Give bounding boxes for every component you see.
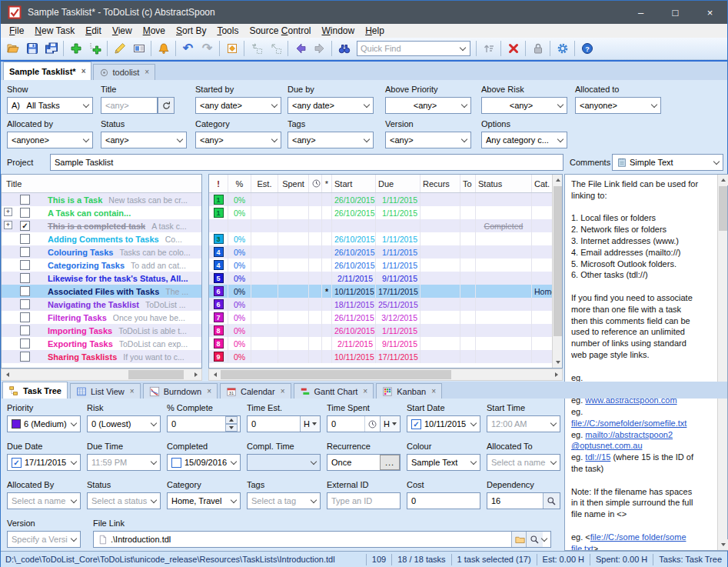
close-button[interactable]: × [693,1,727,24]
view-tab-burndown[interactable]: Burndown× [143,383,218,399]
menu-item-window[interactable]: Window [316,25,360,37]
task-row-this-is-a-completed-task[interactable]: +✓This is a completed taskA task c... [2,219,201,232]
attr-cost-input[interactable]: 0 [407,492,480,509]
chevron-down-icon[interactable] [557,136,564,144]
toolbar-delete-button[interactable] [504,39,523,58]
chevron-down-icon[interactable] [70,535,78,543]
task-cells-row[interactable]: 70%26/11/20153/12/2015 [209,311,552,324]
search-icon[interactable] [543,493,560,509]
column-header-cat[interactable]: Cat. [532,175,552,192]
task-row-categorizing-tasks[interactable]: Categorizing TasksTo add an cat... [2,258,201,272]
task-row-a-task-can-contain[interactable]: +A Task can contain... [2,206,201,219]
spin-buttons[interactable] [225,416,238,432]
project-input[interactable]: Sample Tasklist [50,154,563,171]
tasklist-vertical-scrollbar[interactable] [552,175,562,368]
title-column-header[interactable]: Title [2,175,201,193]
attr-time-spent-field[interactable]: 0H [327,415,401,432]
attr-colour-combo[interactable]: Sample Text [407,454,480,471]
chevron-down-icon[interactable] [230,459,238,466]
panel-splitter[interactable] [202,174,208,369]
toolbar-gear-button[interactable] [553,39,572,58]
filter-title-input[interactable]: <any> [101,97,158,114]
close-tab-icon[interactable]: × [81,68,86,75]
task-checkbox[interactable] [20,352,30,362]
attr-completed-combo[interactable]: 15/09/2016 [167,454,241,471]
scroll-right-icon[interactable] [550,369,562,380]
chevron-down-icon[interactable] [70,459,78,466]
task-row-importing-tasks[interactable]: Importing TasksToDoList is able t... [2,324,201,337]
toolbar-undo-button[interactable]: ↶ [178,39,198,58]
menu-item-new-task[interactable]: New Task [29,25,80,37]
filter-started-by-combo[interactable]: <any date> [195,97,281,114]
chevron-down-icon[interactable] [82,136,90,144]
attr-external-id-input[interactable]: Type an ID [327,492,401,509]
attr-allocated-by-combo[interactable]: Select a name [7,492,81,509]
view-tab-list-view[interactable]: List View× [70,383,141,399]
filter-due-by-combo[interactable]: <any date> [288,97,374,114]
menu-item-help[interactable]: Help [360,25,390,37]
chevron-down-icon[interactable] [271,136,278,144]
toolbar-task-image-button[interactable] [129,39,148,58]
column-header-spent[interactable]: Spent [278,175,309,192]
task-checkbox[interactable] [20,247,30,257]
chevron-down-icon[interactable] [70,497,78,505]
toolbar-maximize-button[interactable] [222,39,241,58]
task-row-this-is-a-task[interactable]: This is a TaskNew tasks can be cr... [2,193,201,206]
chevron-down-icon[interactable] [460,102,468,109]
close-tab-icon[interactable]: × [207,388,211,395]
view-tab-kanban[interactable]: Kanban× [376,383,442,399]
close-tab-icon[interactable]: × [281,388,285,395]
toolbar-new-subtask-button[interactable] [85,39,105,58]
menu-item-move[interactable]: Move [138,25,171,37]
chevron-down-icon[interactable] [557,102,564,109]
task-cells-row[interactable]: 10%26/10/20151/11/2015 [209,206,552,219]
task-checkbox[interactable]: ✓ [20,221,30,231]
chevron-down-icon[interactable] [550,459,557,466]
toolbar-new-task-button[interactable] [66,39,85,58]
comments-format-combo[interactable]: Simple Text [612,154,723,171]
spin-up-icon[interactable] [225,416,238,424]
task-cells-row[interactable]: 60%18/11/201525/11/2015 [209,298,552,311]
toolbar-help-button[interactable]: ? [577,39,597,58]
column-header-to[interactable]: To [460,175,476,192]
filter-status-combo[interactable]: <any> [101,132,187,148]
close-tab-icon[interactable]: × [145,68,149,76]
spin-down-icon[interactable] [225,424,238,432]
scroll-down-icon[interactable] [553,357,563,368]
chevron-down-icon[interactable] [150,497,158,505]
attr-file-link-input[interactable]: .\Introduction.tdl [93,531,551,548]
view-tab-gantt-chart[interactable]: Gantt Chart× [294,383,374,399]
task-cells-row[interactable]: Completed [209,219,552,232]
chevron-down-icon[interactable] [470,459,477,466]
title-horizontal-scrollbar[interactable] [1,369,202,381]
task-checkbox[interactable] [20,325,30,335]
attr-status-combo[interactable]: Select a status [87,492,161,509]
toolbar-save-button[interactable] [22,39,42,58]
attr-recurrence-field[interactable]: Once... [327,454,401,471]
attr-start-date-combo[interactable]: ✓10/11/2015 [407,415,480,432]
task-checkbox[interactable] [20,273,30,283]
task-checkbox[interactable] [20,339,30,349]
columns-horizontal-scrollbar[interactable] [208,369,563,381]
date-checkbox[interactable] [171,458,181,468]
filter-allocated-to-combo[interactable]: <anyone> [575,97,661,114]
column-header-pct[interactable]: % [228,175,251,192]
column-header-due[interactable]: Due [376,175,421,192]
chevron-down-icon[interactable] [150,420,158,428]
task-cells-row[interactable]: 60%*10/11/201517/11/2015Home, Travel [209,285,552,298]
clock-icon[interactable] [364,416,380,432]
column-header-est[interactable]: Est. [251,175,278,192]
file-tab-todolist[interactable]: todolist× [93,64,155,80]
expand-icon[interactable]: + [4,208,12,216]
chevron-down-icon[interactable] [470,420,477,428]
task-cells-row[interactable]: 40%26/10/20151/11/2015 [209,258,552,272]
chevron-down-icon[interactable] [540,535,548,543]
filter-version-combo[interactable]: <any> [385,132,471,148]
filter-tags-combo[interactable]: <any> [288,132,374,148]
task-cells-row[interactable]: 80%26/10/20151/11/2015 [209,324,552,337]
chevron-down-icon[interactable] [271,102,278,109]
attr-complete-spinner[interactable]: 0 [167,415,241,432]
attr-start-time-combo[interactable]: 12:00 AM [487,415,560,432]
date-checkbox[interactable]: ✓ [411,419,421,429]
chevron-down-icon[interactable] [310,459,317,466]
